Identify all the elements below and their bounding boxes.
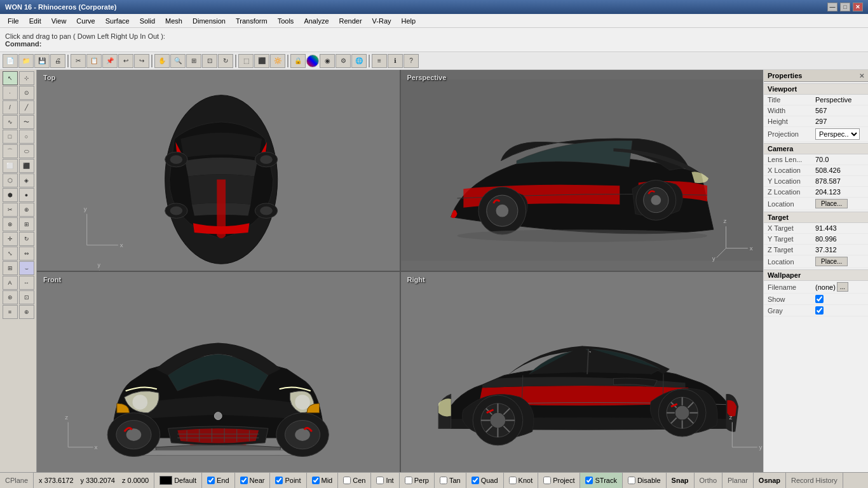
tool-ellipse[interactable]: ⬭ (19, 144, 34, 158)
snap-quad-checkbox[interactable] (471, 477, 479, 484)
snap-strack-checkbox[interactable] (585, 477, 593, 484)
prop-projection-select[interactable]: Perspec... Parallel Top Front Right (815, 128, 860, 140)
tool-circle[interactable]: ○ (19, 130, 34, 144)
status-record[interactable]: Record History (786, 473, 843, 488)
maximize-button[interactable]: □ (840, 3, 850, 11)
tb-undo[interactable]: ↩ (118, 54, 133, 68)
tool-solid-box[interactable]: ⬢ (3, 188, 18, 202)
status-snap-btn[interactable]: Snap (667, 473, 695, 488)
tb-new[interactable]: 📄 (3, 54, 18, 68)
ortho-label[interactable]: Ortho (700, 477, 717, 484)
snap-project-checkbox[interactable] (543, 477, 551, 484)
tb-cut[interactable]: ✂ (71, 54, 86, 68)
tb-open[interactable]: 📁 (18, 54, 34, 68)
menu-tools[interactable]: Tools (273, 16, 299, 26)
tb-save[interactable]: 💾 (34, 54, 50, 68)
tool-curve[interactable]: ∿ (3, 115, 18, 129)
tool-select2[interactable]: ⊹ (19, 71, 34, 85)
tb-paste[interactable]: 📌 (102, 54, 118, 68)
tb-copy[interactable]: 📋 (86, 54, 102, 68)
status-snap-quad[interactable]: Quad (466, 473, 504, 488)
status-snap-point[interactable]: Point (270, 473, 306, 488)
menu-edit[interactable]: Edit (24, 16, 46, 26)
tb-print[interactable]: 🖨 (50, 54, 65, 68)
status-osnap[interactable]: Osnap (754, 473, 786, 488)
status-snap-knot[interactable]: Knot (504, 473, 539, 488)
tb-render[interactable]: 🔆 (270, 54, 285, 68)
snap-perp-checkbox[interactable] (405, 477, 412, 484)
tool-solid-sphere[interactable]: ● (19, 188, 34, 202)
minimize-button[interactable]: — (827, 3, 837, 11)
tool-point[interactable]: · (3, 86, 18, 100)
tb-zoom-sel[interactable]: ⊡ (202, 54, 217, 68)
tb-zoom-ext[interactable]: ⊞ (186, 54, 201, 68)
tb-solid[interactable]: ⬛ (254, 54, 269, 68)
tool-trim[interactable]: ✂ (3, 203, 18, 217)
status-snap-int[interactable]: Int (371, 473, 399, 488)
osnap-label[interactable]: Osnap (759, 477, 780, 484)
snap-knot-checkbox[interactable] (509, 477, 517, 484)
properties-close[interactable]: ✕ (859, 72, 864, 79)
tool-snap[interactable]: ⊡ (19, 290, 34, 304)
tool-dim[interactable]: ↔ (19, 276, 34, 290)
status-snap-strack[interactable]: STrack (580, 473, 622, 488)
tb-props[interactable]: ℹ (388, 54, 403, 68)
menu-analyze[interactable]: Analyze (299, 16, 334, 26)
menu-transform[interactable]: Transform (231, 16, 273, 26)
tool-fillet[interactable]: ⌣ (19, 261, 34, 275)
status-snap-perp[interactable]: Perp (400, 473, 435, 488)
tool-array[interactable]: ⊞ (3, 261, 18, 275)
snap-near-checkbox[interactable] (240, 477, 248, 484)
tool-split[interactable]: ⊕ (19, 203, 34, 217)
status-ortho[interactable]: Ortho (695, 473, 723, 488)
tool-polyline[interactable]: ╱ (19, 100, 34, 114)
tb-zoom-in[interactable]: 🔍 (170, 54, 186, 68)
menu-solid[interactable]: Solid (135, 16, 160, 26)
snap-main-label[interactable]: Snap (672, 477, 689, 484)
tb-snap[interactable]: 🌐 (351, 54, 367, 68)
tb-pan[interactable]: ✋ (154, 54, 170, 68)
status-snap-end[interactable]: End (202, 473, 235, 488)
tool-select[interactable]: ↖ (3, 71, 18, 85)
viewport-right[interactable]: Right (401, 272, 764, 473)
tb-color-material[interactable] (306, 55, 319, 67)
tool-line[interactable]: / (3, 100, 18, 114)
tool-extrude[interactable]: ⬡ (3, 173, 18, 187)
tool-annotate[interactable]: A (3, 276, 18, 290)
tool-surface[interactable]: ⬜ (3, 159, 18, 173)
menu-view[interactable]: View (46, 16, 72, 26)
snap-point-checkbox[interactable] (275, 477, 283, 484)
status-snap-tan[interactable]: Tan (435, 473, 466, 488)
snap-disable-checkbox[interactable] (628, 477, 635, 484)
snap-int-checkbox[interactable] (376, 477, 384, 484)
snap-end-checkbox[interactable] (207, 477, 215, 484)
menu-mesh[interactable]: Mesh (160, 16, 187, 26)
tb-layers[interactable]: ≡ (372, 54, 387, 68)
tool-layers2[interactable]: ≡ (3, 305, 18, 319)
status-snap-disable[interactable]: Disable (623, 473, 667, 488)
tb-display[interactable]: ◉ (320, 54, 335, 68)
tb-redo[interactable]: ↪ (134, 54, 149, 68)
snap-mid-checkbox[interactable] (312, 477, 320, 484)
close-button[interactable]: ✕ (853, 3, 863, 11)
tool-scale[interactable]: ⤡ (3, 247, 18, 261)
prop-location-btn[interactable]: Place... (815, 199, 848, 208)
menu-file[interactable]: File (3, 16, 24, 26)
tool-rect[interactable]: □ (3, 130, 18, 144)
status-snap-project[interactable]: Project (538, 473, 580, 488)
tool-loft[interactable]: ◈ (19, 173, 34, 187)
tool-rotate[interactable]: ↻ (19, 232, 34, 246)
tool-join[interactable]: ⊗ (3, 217, 18, 231)
planar-label[interactable]: Planar (728, 477, 748, 484)
status-planar[interactable]: Planar (722, 473, 754, 488)
tool-gumball[interactable]: ⊛ (3, 290, 18, 304)
tool-surface2[interactable]: ⬛ (19, 159, 34, 173)
snap-cen-checkbox[interactable] (343, 477, 351, 484)
prop-filename-browse-btn[interactable]: ... (837, 282, 848, 292)
viewport-top[interactable]: Top x y (37, 70, 400, 271)
tb-settings[interactable]: ⚙ (336, 54, 351, 68)
prop-show-checkbox[interactable] (815, 295, 824, 303)
tb-help[interactable]: ? (403, 54, 419, 68)
prop-target-location-btn[interactable]: Place... (815, 257, 848, 266)
tb-lock[interactable]: 🔒 (290, 54, 306, 68)
